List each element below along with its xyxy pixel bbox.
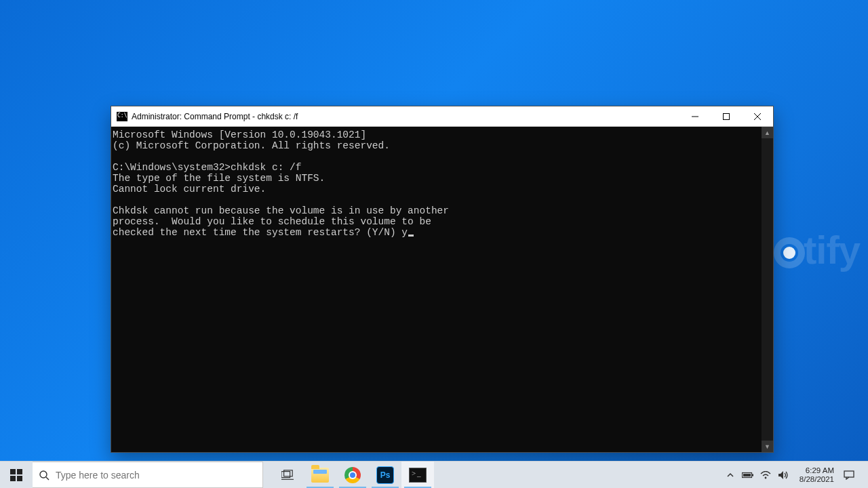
svg-rect-14 bbox=[752, 474, 753, 476]
task-view-button[interactable] bbox=[271, 462, 304, 488]
command-prompt-window: Administrator: Command Prompt - chkdsk c… bbox=[111, 106, 774, 453]
text-cursor bbox=[408, 235, 414, 237]
scroll-up-button[interactable]: ▲ bbox=[762, 127, 773, 138]
maximize-button[interactable] bbox=[711, 106, 742, 127]
cmd-system-icon bbox=[117, 112, 127, 121]
svg-point-8 bbox=[40, 471, 47, 478]
terminal-body[interactable]: Microsoft Windows [Version 10.0.19043.10… bbox=[111, 127, 773, 452]
file-explorer-taskbar-button[interactable] bbox=[304, 462, 336, 488]
chrome-taskbar-button[interactable] bbox=[336, 462, 369, 488]
scroll-track[interactable] bbox=[762, 138, 773, 441]
start-button[interactable] bbox=[0, 462, 33, 488]
terminal-output[interactable]: Microsoft Windows [Version 10.0.19043.10… bbox=[111, 127, 762, 452]
svg-marker-17 bbox=[778, 471, 783, 479]
svg-rect-15 bbox=[743, 474, 751, 476]
photoshop-icon: Ps bbox=[376, 466, 394, 484]
taskbar: Ps 6:29 AM 8/28/2021 bbox=[0, 461, 868, 488]
cmd-taskbar-button[interactable] bbox=[401, 462, 434, 488]
svg-line-9 bbox=[46, 477, 49, 480]
svg-rect-7 bbox=[17, 476, 22, 481]
windows-logo-icon bbox=[10, 469, 22, 481]
file-explorer-icon bbox=[311, 468, 329, 483]
terminal-line: Cannot lock current drive. bbox=[113, 184, 266, 195]
svg-rect-5 bbox=[17, 469, 22, 474]
watermark-o-icon bbox=[774, 237, 805, 268]
window-title: Administrator: Command Prompt - chkdsk c… bbox=[132, 112, 298, 121]
search-icon bbox=[33, 470, 56, 481]
tray-overflow-button[interactable] bbox=[724, 471, 737, 479]
close-button[interactable] bbox=[742, 106, 773, 127]
titlebar[interactable]: Administrator: Command Prompt - chkdsk c… bbox=[111, 106, 773, 127]
cmd-icon bbox=[409, 468, 427, 483]
watermark-part: tify bbox=[804, 227, 860, 272]
terminal-line: The type of the file system is NTFS. bbox=[113, 173, 325, 184]
vertical-scrollbar[interactable]: ▲ ▼ bbox=[762, 127, 773, 452]
svg-rect-6 bbox=[10, 476, 16, 481]
battery-icon[interactable] bbox=[741, 471, 755, 479]
svg-rect-4 bbox=[10, 469, 16, 474]
clock-time: 6:29 AM bbox=[800, 466, 834, 475]
scroll-down-button[interactable]: ▼ bbox=[762, 441, 773, 452]
chrome-icon bbox=[344, 467, 361, 483]
terminal-prompt-line: C:\Windows\system32>chkdsk c: /f bbox=[113, 162, 301, 173]
svg-point-16 bbox=[764, 476, 766, 479]
terminal-line: process. Would you like to schedule this… bbox=[113, 216, 431, 227]
photoshop-taskbar-button[interactable]: Ps bbox=[369, 462, 401, 488]
svg-rect-1 bbox=[724, 113, 730, 119]
clock-date: 8/28/2021 bbox=[800, 475, 834, 484]
terminal-line: Chkdsk cannot run because the volume is … bbox=[113, 205, 449, 216]
search-input[interactable] bbox=[56, 462, 262, 487]
wifi-icon[interactable] bbox=[759, 471, 772, 479]
terminal-line: Microsoft Windows [Version 10.0.19043.10… bbox=[113, 129, 366, 140]
system-tray: 6:29 AM 8/28/2021 bbox=[724, 462, 868, 488]
minimize-button[interactable] bbox=[679, 106, 711, 127]
volume-icon[interactable] bbox=[776, 470, 790, 480]
action-center-button[interactable] bbox=[844, 470, 859, 480]
terminal-input-line: checked the next time the system restart… bbox=[113, 227, 408, 238]
taskbar-clock[interactable]: 6:29 AM 8/28/2021 bbox=[794, 466, 840, 484]
terminal-line: (c) Microsoft Corporation. All rights re… bbox=[113, 140, 390, 151]
taskbar-search[interactable] bbox=[33, 462, 263, 488]
svg-rect-18 bbox=[844, 471, 854, 477]
desktop: upl tify Administrator: Command Prompt -… bbox=[0, 0, 868, 488]
